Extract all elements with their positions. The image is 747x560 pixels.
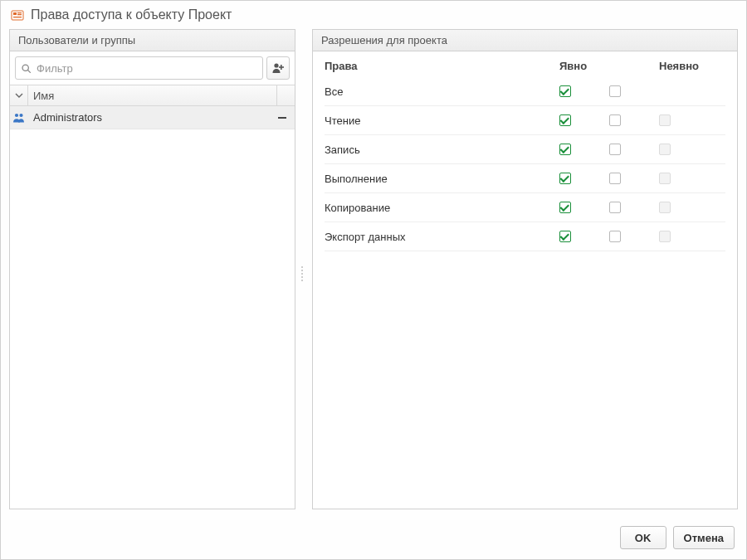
explicit-deny-checkbox[interactable] [609, 144, 621, 155]
explicit-allow-checkbox[interactable] [559, 85, 571, 97]
filter-input-wrap[interactable] [15, 56, 263, 80]
permissions-table: ВсеЧтениеЗаписьВыполнениеКопированиеЭксп… [313, 77, 737, 509]
dialog-title-text: Права доступа к объекту Проект [31, 7, 232, 22]
permission-row: Выполнение [325, 164, 725, 193]
users-list-header-spacer [276, 85, 295, 105]
svg-rect-9 [279, 66, 284, 68]
expand-collapse-toggle[interactable] [10, 85, 28, 105]
column-header-explicit: Явно [559, 60, 659, 72]
users-groups-header: Пользователи и группы [10, 30, 295, 51]
svg-rect-0 [12, 11, 23, 20]
dialog-title-bar: Права доступа к объекту Проект [1, 1, 746, 29]
svg-rect-4 [13, 17, 22, 17]
ok-button[interactable]: OK [620, 526, 666, 549]
permission-row: Чтение [325, 106, 725, 135]
remove-item-button[interactable] [273, 113, 291, 123]
implicit-checkbox [659, 173, 671, 184]
search-icon [21, 63, 32, 74]
column-header-implicit: Неявно [659, 60, 725, 72]
add-user-button[interactable] [266, 56, 290, 80]
implicit-checkbox [659, 114, 671, 126]
svg-line-6 [28, 70, 31, 72]
users-list: Administrators [10, 106, 295, 509]
permission-row: Экспорт данных [325, 222, 725, 251]
splitter-handle-icon [300, 261, 305, 286]
svg-point-7 [274, 63, 278, 67]
svg-rect-2 [17, 12, 22, 13]
permission-name: Чтение [325, 114, 559, 127]
cancel-button[interactable]: Отмена [673, 526, 735, 549]
implicit-checkbox [659, 202, 671, 213]
implicit-checkbox [659, 231, 671, 242]
explicit-deny-checkbox[interactable] [609, 173, 621, 184]
permission-name: Экспорт данных [325, 231, 559, 243]
explicit-deny-checkbox[interactable] [609, 231, 621, 242]
permission-name: Все [325, 85, 559, 98]
svg-point-10 [15, 113, 18, 116]
permission-row: Все [325, 77, 725, 106]
permission-row: Копирование [325, 193, 725, 222]
explicit-allow-checkbox[interactable] [559, 114, 571, 126]
permissions-dialog: Права доступа к объекту Проект Пользоват… [0, 0, 747, 560]
list-item[interactable]: Administrators [10, 106, 295, 129]
permissions-column-headers: Права Явно Неявно [313, 51, 737, 77]
permission-name: Копирование [325, 202, 559, 214]
permission-name: Выполнение [325, 173, 559, 185]
implicit-checkbox [659, 144, 671, 155]
permissions-header: Разрешения для проекта [313, 30, 737, 51]
svg-rect-1 [13, 12, 17, 15]
project-icon [11, 8, 24, 22]
explicit-allow-checkbox[interactable] [559, 144, 571, 155]
explicit-allow-checkbox[interactable] [559, 202, 571, 213]
explicit-deny-checkbox[interactable] [609, 85, 621, 97]
list-item-label: Administrators [28, 111, 273, 124]
svg-point-11 [19, 113, 22, 116]
permissions-panel: Разрешения для проекта Права Явно Неявно… [312, 29, 738, 509]
group-icon [10, 111, 28, 124]
explicit-deny-checkbox[interactable] [609, 202, 621, 213]
explicit-allow-checkbox[interactable] [559, 231, 571, 242]
explicit-allow-checkbox[interactable] [559, 173, 571, 184]
column-header-name: Права [325, 60, 559, 72]
explicit-deny-checkbox[interactable] [609, 114, 621, 126]
name-column-header[interactable]: Имя [28, 85, 276, 105]
users-list-header: Имя [10, 85, 295, 106]
permission-row: Запись [325, 135, 725, 164]
svg-rect-3 [17, 14, 22, 15]
users-groups-panel: Пользователи и группы [9, 29, 295, 509]
dialog-footer: OK Отмена [1, 518, 746, 559]
svg-rect-12 [278, 117, 286, 119]
permission-name: Запись [325, 144, 559, 156]
filter-input[interactable] [35, 61, 257, 75]
